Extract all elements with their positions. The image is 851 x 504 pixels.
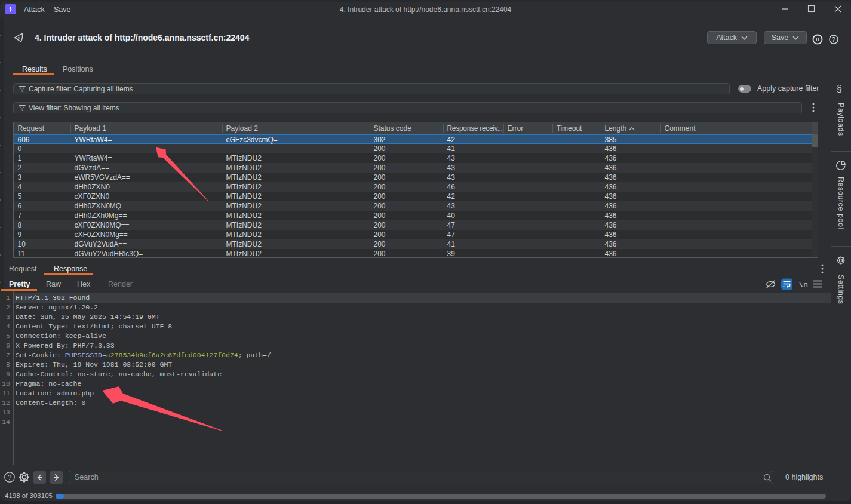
svg-text:?: ? [832, 36, 835, 43]
svg-text:?: ? [8, 474, 11, 481]
svg-text:\n: \n [798, 281, 808, 290]
